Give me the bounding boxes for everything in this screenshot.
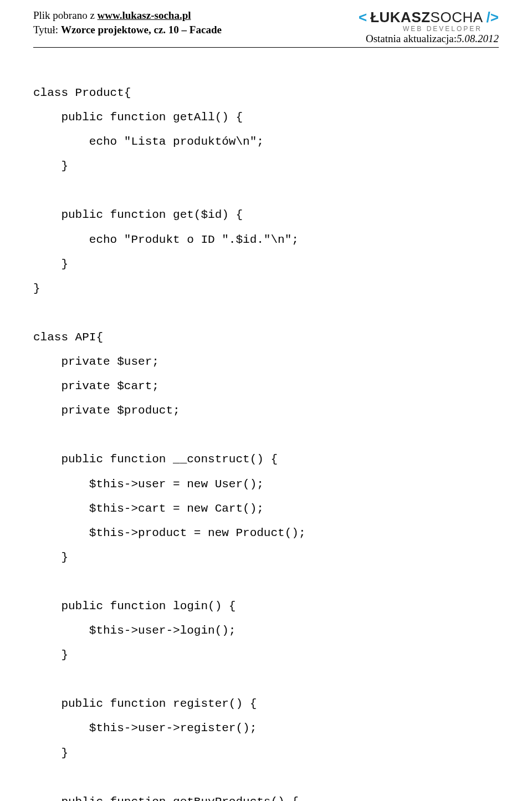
header-source-prefix: Plik pobrano z <box>33 9 98 21</box>
logo-bracket-close-icon: /> <box>487 9 499 26</box>
logo-bracket-open-icon: < <box>359 9 367 26</box>
header-right: < ŁUKASZSOCHA /> WEB DEVELOPER Ostatnia … <box>359 9 499 45</box>
logo-text-last: SOCHA <box>431 9 483 25</box>
code-block: class Product{ public function getAll() … <box>33 81 499 801</box>
last-updated-label: Ostatnia aktualizacja: <box>366 33 457 44</box>
header-left: Plik pobrano z www.lukasz-socha.pl Tytuł… <box>33 9 222 37</box>
logo-text-first: ŁUKASZ <box>370 9 430 25</box>
header-title-prefix: Tytuł: <box>33 24 61 35</box>
document-page: Plik pobrano z www.lukasz-socha.pl Tytuł… <box>0 0 532 801</box>
header-title-line: Tytuł: Wzorce projektowe, cz. 10 – Facad… <box>33 23 222 37</box>
document-header: Plik pobrano z www.lukasz-socha.pl Tytuł… <box>33 9 499 45</box>
last-updated-date: 5.08.2012 <box>457 33 499 44</box>
header-divider <box>33 47 499 48</box>
site-logo: < ŁUKASZSOCHA /> <box>359 9 499 26</box>
last-updated: Ostatnia aktualizacja:5.08.2012 <box>359 33 499 45</box>
header-source-line: Plik pobrano z www.lukasz-socha.pl <box>33 9 222 22</box>
header-source-link[interactable]: www.lukasz-socha.pl <box>98 9 191 21</box>
logo-subtitle: WEB DEVELOPER <box>359 25 499 33</box>
header-title-text: Wzorce projektowe, cz. 10 – Facade <box>61 24 222 35</box>
